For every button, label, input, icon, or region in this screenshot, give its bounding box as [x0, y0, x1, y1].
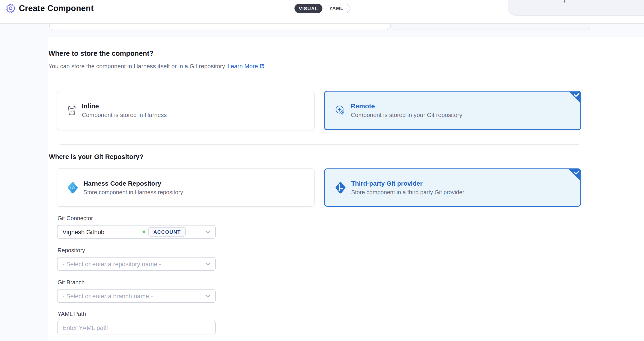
git-provider-icon: [335, 181, 346, 194]
learn-more-label: Learn More: [228, 63, 258, 69]
toggle-yaml-button[interactable]: YAML: [323, 4, 350, 12]
option-title: Inline: [82, 103, 167, 110]
inline-storage-icon: ‹/›: [67, 106, 76, 116]
scrolled-panel-left: [49, 24, 389, 30]
page-title: Create Component: [19, 4, 94, 13]
option-description: Store component in Harness repository: [83, 189, 183, 195]
repository-placeholder: - Select or enter a repository name -: [62, 260, 161, 268]
learn-more-link[interactable]: Learn More: [228, 63, 264, 69]
create-component-page: Create Component VISUAL YAML Learn more …: [0, 0, 644, 341]
option-card-text: Third-party Git provider Store component…: [351, 180, 464, 195]
harness-code-icon: ‹/›: [67, 181, 78, 194]
option-title: Remote: [351, 103, 462, 110]
chevron-down-icon[interactable]: [205, 230, 210, 234]
option-description: Store component in a third party Git pro…: [351, 189, 464, 195]
svg-text:‹/›: ‹/›: [69, 109, 74, 113]
scope-badge: ACCOUNT: [148, 227, 186, 237]
git-branch-select[interactable]: - Select or enter a branch name -: [57, 289, 216, 302]
repository-section-title: Where is your Git Repository?: [49, 153, 144, 160]
git-connector-value: Vignesh Github: [62, 228, 104, 235]
chevron-down-icon[interactable]: [205, 262, 210, 266]
option-card-remote[interactable]: Remote Component is stored in your Git r…: [324, 91, 581, 130]
main-content-panel: Where to store the component? You can st…: [48, 37, 644, 341]
connector-status-dot: [143, 230, 146, 233]
toast-remnant: [508, 0, 644, 16]
remote-storage-icon: [335, 105, 345, 116]
option-card-text: Inline Component is stored in Harness: [82, 103, 167, 118]
check-icon: [568, 169, 581, 181]
git-branch-label: Git Branch: [58, 279, 85, 286]
storage-section-subtitle: You can store the component in Harness i…: [48, 63, 265, 69]
git-branch-placeholder: - Select or enter a branch name -: [62, 292, 153, 300]
git-connector-select[interactable]: Vignesh Github ACCOUNT: [57, 225, 216, 239]
git-connector-label: Git Connector: [58, 215, 93, 221]
option-card-harness-code[interactable]: ‹/› Harness Code Repository Store compon…: [57, 168, 314, 207]
option-description: Component is stored in Harness: [82, 112, 167, 118]
external-link-icon: [260, 64, 265, 69]
header-title-group: Create Component: [6, 4, 94, 13]
chevron-down-icon[interactable]: [205, 294, 210, 298]
toggle-visual-button[interactable]: VISUAL: [294, 4, 322, 13]
visual-yaml-toggle: VISUAL YAML: [294, 4, 350, 13]
repository-label: Repository: [58, 247, 85, 254]
option-card-third-party-git[interactable]: Third-party Git provider Store component…: [324, 168, 581, 207]
section-divider: [60, 144, 579, 144]
storage-section-title: Where to store the component?: [48, 50, 154, 58]
option-title: Third-party Git provider: [351, 180, 464, 187]
storage-subtitle-text: You can store the component in Harness i…: [48, 63, 225, 69]
gear-icon: [6, 4, 16, 13]
repository-select[interactable]: - Select or enter a repository name -: [57, 257, 216, 271]
option-card-text: Harness Code Repository Store component …: [83, 180, 183, 195]
option-title: Harness Code Repository: [83, 180, 183, 187]
scrolled-panel-right: [390, 24, 590, 30]
option-description: Component is stored in your Git reposito…: [351, 112, 462, 118]
yaml-path-label: YAML Path: [58, 310, 86, 317]
yaml-path-input[interactable]: [57, 321, 216, 334]
option-card-inline[interactable]: ‹/› Inline Component is stored in Harnes…: [57, 91, 314, 130]
option-card-text: Remote Component is stored in your Git r…: [351, 103, 462, 118]
toast-remnant-mark: [564, 0, 565, 2]
svg-text:‹/›: ‹/›: [70, 186, 76, 190]
check-icon: [568, 91, 581, 104]
